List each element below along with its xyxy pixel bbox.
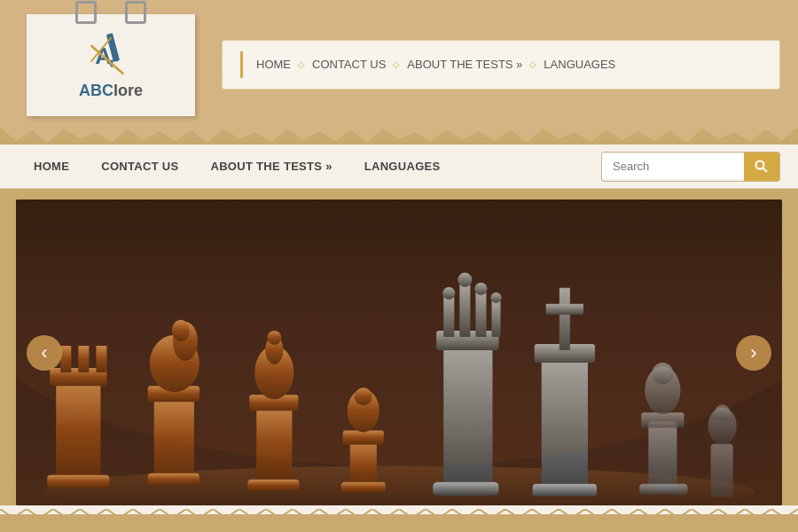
nav-item-contact[interactable]: CONTACT US (85, 145, 194, 189)
nav-items: HOME CONTACT US ABOUT THE TESTS » LANGUA… (18, 145, 601, 189)
svg-rect-47 (533, 484, 597, 497)
logo-name-prefix: ABC (79, 82, 113, 99)
breadcrumb-divider (240, 51, 243, 78)
breadcrumb-sep-2: ◇ (393, 59, 400, 69)
svg-rect-31 (341, 482, 386, 493)
svg-rect-26 (247, 480, 299, 491)
bottom-decoration (0, 505, 798, 514)
svg-rect-53 (711, 443, 733, 497)
breadcrumb-items: HOME ◇ CONTACT US ◇ ABOUT THE TESTS » ◇ … (256, 58, 615, 71)
logo-wrapper: A ABClore (18, 7, 204, 122)
slideshow-next-button[interactable]: › (736, 335, 771, 371)
svg-point-5 (756, 160, 764, 168)
breadcrumb: HOME ◇ CONTACT US ◇ ABOUT THE TESTS » ◇ … (222, 40, 780, 90)
zigzag-svg (0, 509, 798, 514)
svg-rect-52 (639, 484, 687, 495)
svg-line-6 (763, 168, 768, 172)
breadcrumb-tests[interactable]: ABOUT THE TESTS » (407, 58, 522, 71)
slideshow: ‹ › (16, 200, 782, 505)
search-box (601, 152, 780, 182)
next-icon: › (750, 343, 756, 363)
svg-point-56 (16, 200, 782, 466)
nav-search (601, 152, 780, 182)
search-button[interactable] (744, 153, 779, 181)
search-icon (755, 160, 769, 174)
svg-rect-20 (148, 473, 200, 486)
breadcrumb-sep-3: ◇ (529, 59, 536, 69)
header: A ABClore HOME ◇ CONTACT US ◇ ABOUT THE … (0, 0, 798, 129)
prev-icon: ‹ (41, 343, 47, 363)
svg-rect-14 (47, 475, 109, 489)
logo-name-suffix: lore (113, 82, 143, 99)
logo-text: ABClore (79, 82, 143, 100)
slideshow-prev-button[interactable]: ‹ (27, 335, 62, 371)
breadcrumb-contact[interactable]: CONTACT US (312, 58, 386, 71)
logo-paper: A ABClore (27, 14, 195, 116)
breadcrumb-home[interactable]: HOME (256, 58, 291, 71)
slideshow-image (16, 200, 782, 505)
nav-bar: HOME CONTACT US ABOUT THE TESTS » LANGUA… (0, 145, 798, 189)
search-input[interactable] (602, 153, 744, 179)
nav-item-home[interactable]: HOME (18, 145, 85, 189)
logo-icon: A (87, 29, 136, 78)
nav-item-languages[interactable]: LANGUAGES (348, 145, 457, 189)
svg-rect-42 (433, 482, 498, 496)
nav-item-tests[interactable]: ABOUT THE TESTS » (194, 145, 348, 189)
breadcrumb-languages[interactable]: LANGUAGES (544, 58, 615, 71)
breadcrumb-sep-1: ◇ (298, 59, 305, 69)
slideshow-wrapper: ‹ › (0, 200, 798, 514)
